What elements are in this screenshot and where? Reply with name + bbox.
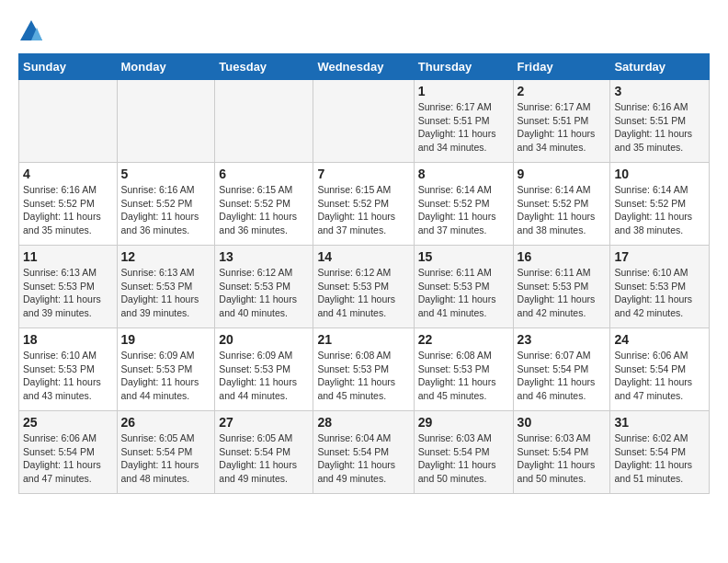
day-info: Sunrise: 6:03 AM Sunset: 5:54 PM Dayligh…	[418, 431, 509, 486]
calendar-cell	[313, 80, 414, 163]
day-number: 18	[23, 332, 113, 347]
calendar-cell: 14Sunrise: 6:12 AM Sunset: 5:53 PM Dayli…	[313, 246, 414, 328]
logo	[18, 18, 48, 44]
day-info: Sunrise: 6:15 AM Sunset: 5:52 PM Dayligh…	[219, 183, 309, 237]
day-info: Sunrise: 6:09 AM Sunset: 5:53 PM Dayligh…	[121, 349, 211, 403]
calendar-cell	[117, 80, 215, 163]
day-of-week-header: Sunday	[19, 54, 118, 80]
day-number: 11	[23, 249, 113, 264]
day-info: Sunrise: 6:12 AM Sunset: 5:53 PM Dayligh…	[219, 266, 309, 320]
calendar-cell: 12Sunrise: 6:13 AM Sunset: 5:53 PM Dayli…	[117, 246, 215, 328]
day-number: 8	[418, 167, 509, 181]
calendar-cell: 24Sunrise: 6:06 AM Sunset: 5:54 PM Dayli…	[610, 328, 710, 411]
day-number: 10	[614, 167, 705, 181]
day-number: 9	[518, 167, 607, 181]
day-info: Sunrise: 6:08 AM Sunset: 5:53 PM Dayligh…	[317, 349, 409, 403]
calendar-cell: 20Sunrise: 6:09 AM Sunset: 5:53 PM Dayli…	[215, 328, 313, 411]
calendar-cell: 9Sunrise: 6:14 AM Sunset: 5:52 PM Daylig…	[513, 163, 610, 246]
day-info: Sunrise: 6:16 AM Sunset: 5:52 PM Dayligh…	[23, 183, 113, 237]
day-number: 24	[614, 332, 705, 347]
day-info: Sunrise: 6:06 AM Sunset: 5:54 PM Dayligh…	[614, 349, 705, 403]
day-info: Sunrise: 6:02 AM Sunset: 5:54 PM Dayligh…	[614, 431, 705, 486]
calendar-cell: 19Sunrise: 6:09 AM Sunset: 5:53 PM Dayli…	[117, 328, 215, 411]
day-number: 26	[121, 415, 211, 430]
day-info: Sunrise: 6:17 AM Sunset: 5:51 PM Dayligh…	[418, 100, 509, 155]
calendar-cell: 7Sunrise: 6:15 AM Sunset: 5:52 PM Daylig…	[313, 163, 414, 246]
day-number: 31	[614, 415, 705, 430]
day-info: Sunrise: 6:17 AM Sunset: 5:51 PM Dayligh…	[518, 100, 607, 155]
calendar-cell: 30Sunrise: 6:03 AM Sunset: 5:54 PM Dayli…	[513, 411, 610, 494]
calendar-cell: 21Sunrise: 6:08 AM Sunset: 5:53 PM Dayli…	[313, 328, 414, 411]
day-number: 17	[614, 249, 705, 264]
calendar-week-row: 1Sunrise: 6:17 AM Sunset: 5:51 PM Daylig…	[19, 80, 710, 163]
day-of-week-header: Monday	[117, 54, 215, 80]
calendar-cell: 4Sunrise: 6:16 AM Sunset: 5:52 PM Daylig…	[19, 163, 118, 246]
calendar-week-row: 11Sunrise: 6:13 AM Sunset: 5:53 PM Dayli…	[19, 246, 710, 328]
calendar-header-row: SundayMondayTuesdayWednesdayThursdayFrid…	[19, 54, 710, 80]
day-of-week-header: Wednesday	[313, 54, 414, 80]
calendar-cell: 18Sunrise: 6:10 AM Sunset: 5:53 PM Dayli…	[19, 328, 118, 411]
calendar-cell: 26Sunrise: 6:05 AM Sunset: 5:54 PM Dayli…	[117, 411, 215, 494]
day-info: Sunrise: 6:10 AM Sunset: 5:53 PM Dayligh…	[614, 266, 705, 320]
calendar-cell	[19, 80, 118, 163]
calendar-week-row: 18Sunrise: 6:10 AM Sunset: 5:53 PM Dayli…	[19, 328, 710, 411]
day-info: Sunrise: 6:07 AM Sunset: 5:54 PM Dayligh…	[518, 349, 607, 403]
calendar-cell: 10Sunrise: 6:14 AM Sunset: 5:52 PM Dayli…	[610, 163, 710, 246]
day-info: Sunrise: 6:14 AM Sunset: 5:52 PM Dayligh…	[614, 183, 705, 237]
day-number: 16	[518, 249, 607, 264]
day-number: 22	[418, 332, 509, 347]
calendar-cell: 31Sunrise: 6:02 AM Sunset: 5:54 PM Dayli…	[610, 411, 710, 494]
day-number: 15	[418, 249, 509, 264]
day-info: Sunrise: 6:10 AM Sunset: 5:53 PM Dayligh…	[23, 349, 113, 403]
calendar-cell: 16Sunrise: 6:11 AM Sunset: 5:53 PM Dayli…	[513, 246, 610, 328]
calendar-cell: 29Sunrise: 6:03 AM Sunset: 5:54 PM Dayli…	[414, 411, 513, 494]
day-number: 5	[121, 167, 211, 181]
day-info: Sunrise: 6:05 AM Sunset: 5:54 PM Dayligh…	[219, 431, 309, 486]
calendar-week-row: 4Sunrise: 6:16 AM Sunset: 5:52 PM Daylig…	[19, 163, 710, 246]
day-info: Sunrise: 6:15 AM Sunset: 5:52 PM Dayligh…	[317, 183, 409, 237]
day-number: 2	[518, 84, 607, 98]
calendar-cell: 5Sunrise: 6:16 AM Sunset: 5:52 PM Daylig…	[117, 163, 215, 246]
calendar-cell: 22Sunrise: 6:08 AM Sunset: 5:53 PM Dayli…	[414, 328, 513, 411]
calendar-cell: 13Sunrise: 6:12 AM Sunset: 5:53 PM Dayli…	[215, 246, 313, 328]
day-info: Sunrise: 6:16 AM Sunset: 5:52 PM Dayligh…	[121, 183, 211, 237]
day-info: Sunrise: 6:03 AM Sunset: 5:54 PM Dayligh…	[518, 431, 607, 486]
day-info: Sunrise: 6:11 AM Sunset: 5:53 PM Dayligh…	[518, 266, 607, 320]
calendar-cell: 1Sunrise: 6:17 AM Sunset: 5:51 PM Daylig…	[414, 80, 513, 163]
calendar-cell: 2Sunrise: 6:17 AM Sunset: 5:51 PM Daylig…	[513, 80, 610, 163]
day-info: Sunrise: 6:06 AM Sunset: 5:54 PM Dayligh…	[23, 431, 113, 486]
day-info: Sunrise: 6:05 AM Sunset: 5:54 PM Dayligh…	[121, 431, 211, 486]
day-number: 27	[219, 415, 309, 430]
day-number: 14	[317, 249, 409, 264]
day-info: Sunrise: 6:11 AM Sunset: 5:53 PM Dayligh…	[418, 266, 509, 320]
calendar-week-row: 25Sunrise: 6:06 AM Sunset: 5:54 PM Dayli…	[19, 411, 710, 494]
day-of-week-header: Friday	[513, 54, 610, 80]
day-of-week-header: Thursday	[414, 54, 513, 80]
day-of-week-header: Tuesday	[215, 54, 313, 80]
day-of-week-header: Saturday	[610, 54, 710, 80]
day-info: Sunrise: 6:14 AM Sunset: 5:52 PM Dayligh…	[518, 183, 607, 237]
day-number: 19	[121, 332, 211, 347]
day-number: 6	[219, 167, 309, 181]
day-number: 23	[518, 332, 607, 347]
day-number: 20	[219, 332, 309, 347]
calendar-cell: 11Sunrise: 6:13 AM Sunset: 5:53 PM Dayli…	[19, 246, 118, 328]
calendar-cell: 8Sunrise: 6:14 AM Sunset: 5:52 PM Daylig…	[414, 163, 513, 246]
day-info: Sunrise: 6:14 AM Sunset: 5:52 PM Dayligh…	[418, 183, 509, 237]
day-number: 12	[121, 249, 211, 264]
calendar-cell: 28Sunrise: 6:04 AM Sunset: 5:54 PM Dayli…	[313, 411, 414, 494]
day-number: 3	[614, 84, 705, 98]
day-number: 25	[23, 415, 113, 430]
calendar-cell: 3Sunrise: 6:16 AM Sunset: 5:51 PM Daylig…	[610, 80, 710, 163]
calendar-cell: 17Sunrise: 6:10 AM Sunset: 5:53 PM Dayli…	[610, 246, 710, 328]
calendar-cell: 15Sunrise: 6:11 AM Sunset: 5:53 PM Dayli…	[414, 246, 513, 328]
day-number: 4	[23, 167, 113, 181]
day-number: 7	[317, 167, 409, 181]
day-info: Sunrise: 6:12 AM Sunset: 5:53 PM Dayligh…	[317, 266, 409, 320]
day-number: 29	[418, 415, 509, 430]
logo-icon	[18, 18, 44, 44]
calendar-cell: 27Sunrise: 6:05 AM Sunset: 5:54 PM Dayli…	[215, 411, 313, 494]
calendar-cell: 23Sunrise: 6:07 AM Sunset: 5:54 PM Dayli…	[513, 328, 610, 411]
day-info: Sunrise: 6:09 AM Sunset: 5:53 PM Dayligh…	[219, 349, 309, 403]
calendar-table: SundayMondayTuesdayWednesdayThursdayFrid…	[18, 53, 710, 494]
